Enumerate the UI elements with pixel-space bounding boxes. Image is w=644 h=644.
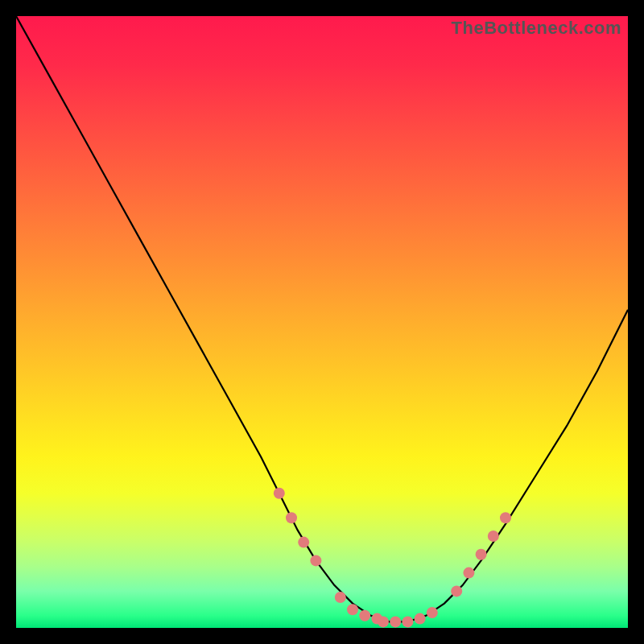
highlight-dot (451, 585, 462, 597)
highlight-dot (488, 530, 499, 542)
chart-svg (16, 16, 628, 628)
highlight-dot (298, 537, 309, 548)
highlight-dot (347, 604, 358, 615)
highlight-dot (427, 607, 438, 618)
highlight-dot (359, 610, 370, 621)
highlight-dot (310, 555, 321, 566)
highlight-dot (378, 616, 389, 627)
highlight-dots (274, 488, 511, 628)
highlight-dot (274, 488, 285, 499)
plot-area: TheBottleneck.com (16, 16, 628, 628)
highlight-dot (463, 568, 474, 579)
highlight-dot (390, 616, 401, 627)
highlight-dot (476, 549, 487, 560)
bottleneck-curve (16, 16, 628, 621)
chart-container: TheBottleneck.com (0, 0, 644, 644)
highlight-dot (286, 512, 297, 523)
highlight-dot (402, 616, 413, 627)
watermark-text: TheBottleneck.com (452, 18, 621, 39)
highlight-dot (335, 592, 346, 603)
highlight-dot (500, 512, 511, 523)
highlight-dot (415, 613, 426, 625)
